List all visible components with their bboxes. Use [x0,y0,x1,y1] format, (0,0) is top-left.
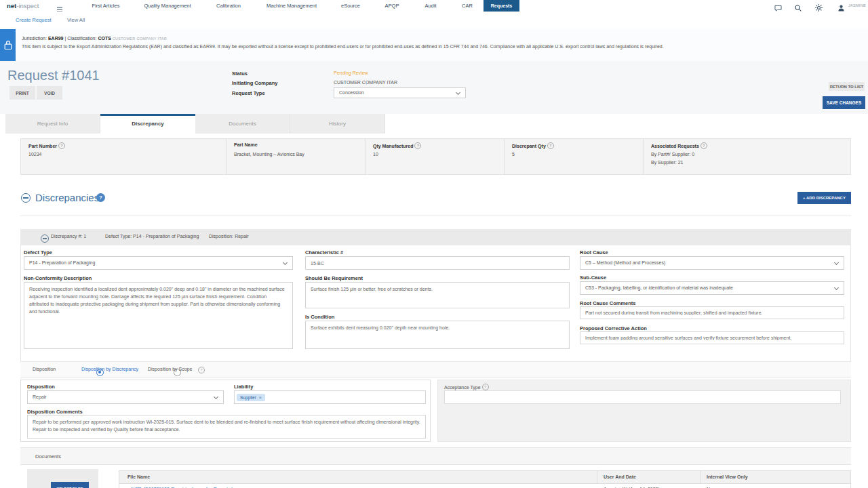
save-changes-button[interactable]: SAVE CHANGES [823,96,865,109]
discrepancy-defect-summary: Defect Type: P14 - Preparation of Packag… [105,234,199,239]
banner-line1: Jurisdiction: EAR99 | Classification: CO… [22,36,167,41]
username-label[interactable]: JASMINE [848,0,866,12]
acceptance-type-input[interactable] [444,390,841,404]
status-label: Status [232,70,248,77]
discrepancy-number-summary: Discrepancy #: 1 [51,234,86,239]
defect-type-value: P14 - Preparation of Packaging [24,260,95,265]
disposition-by-scope-label[interactable]: Disposition by Scope [148,367,192,371]
acceptance-type-info-icon[interactable]: ? [482,384,489,390]
divider [597,471,597,483]
proposed-corrective-action-input[interactable] [580,331,844,344]
root-cause-select[interactable]: C5 – Method (Method and Processes) [580,256,844,270]
chip-remove-icon[interactable]: × [259,395,262,400]
part-info-strip [20,138,851,175]
request-type-select[interactable]: Concession [334,87,466,98]
liability-field[interactable]: Supplier× [234,390,426,404]
is-condition-textarea[interactable]: Surface exhibits dent measuring 0.020" d… [305,321,570,349]
disposition-mode-strip [20,361,851,378]
banner-body: This item is subject to the Export Admin… [22,44,664,49]
disposition-comments-textarea[interactable]: Repair to be performed per approved work… [27,415,426,439]
divider [226,139,226,174]
disposition-row-label: Disposition [33,367,56,371]
create-request-link[interactable]: Create Request [16,12,52,29]
nav-esource[interactable]: eSource [341,0,360,12]
root-cause-label: Root Cause [580,249,608,256]
part-number-info-icon[interactable]: ? [58,142,65,149]
associated-by-part-value: By Part#/ Supplier: 0 [651,152,694,157]
discrepancies-section-title: Discrepancies [35,192,99,203]
nav-requests-active[interactable]: Requests [484,0,519,12]
part-number-value: 10234 [28,152,41,157]
sub-cause-select[interactable]: C53 - Packaging, labelling, or identific… [580,281,844,295]
discrepancies-help-icon[interactable]: ? [96,193,105,202]
non-conformity-description-label: Non-Conformity Description [24,275,92,281]
disposition-by-discrepancy-label[interactable]: Disposition by Discrepancy [81,367,138,371]
jurisdiction-value: EAR99 [48,36,64,41]
nav-quality-management[interactable]: Quality Management [144,0,191,12]
should-be-requirement-textarea[interactable]: Surface finish 125 μin or better, free o… [305,282,570,308]
tab-history[interactable]: History [290,114,385,134]
company-tag: CUSTOMER COMPANY ITAR [113,37,167,41]
qty-manufactured-info-icon[interactable]: ? [414,142,421,149]
internal-view-only-header: Internal View Only [707,474,748,479]
nav-apqp[interactable]: APQP [385,0,399,12]
classification-value: COTS [98,36,111,41]
select-chevron-icon [214,394,218,399]
request-type-value: Concession [334,90,364,95]
disposition-comments-label: Disposition Comments [27,409,83,415]
classification-label: Classification: [67,36,96,41]
sub-nav [0,12,868,30]
discrepant-qty-value: 5 [512,152,515,157]
tab-discrepancy[interactable]: Discrepancy [100,114,195,134]
divider [700,471,701,483]
print-button[interactable]: PRINT [9,86,35,100]
tab-documents[interactable]: Documents [195,114,290,134]
associated-by-supplier-value: By Supplier: 21 [651,160,683,165]
divider [504,139,505,174]
qty-manufactured-label: Qty Manufactured ? [373,142,421,149]
characteristic-input[interactable] [305,256,570,270]
top-nav: net-inspect First Articles Quality Manag… [0,0,868,12]
discrepant-qty-info-icon[interactable]: ? [547,142,554,149]
app-logo[interactable]: net-inspect [7,0,39,12]
divider [20,216,851,216]
page: net-inspect First Articles Quality Manag… [0,0,868,488]
disposition-label: Disposition [27,384,55,390]
non-conformity-description-textarea[interactable]: Receiving inspection identified a locali… [24,282,293,349]
acceptance-type-label: Acceptance Type ? [444,384,489,390]
collapse-section-icon[interactable] [21,193,31,203]
sub-cause-label: Sub-Cause [580,274,606,281]
root-cause-comments-input[interactable] [580,306,844,319]
disposition-select[interactable]: Repair [27,390,224,404]
add-discrepancy-button[interactable]: + ADD DISCREPANCY [797,192,851,204]
jurisdiction-label: Jurisdiction: [22,36,47,41]
nav-first-articles[interactable]: First Articles [92,0,120,12]
acceptance-panel [437,380,851,442]
characteristic-label: Characteristic # [305,249,343,256]
nav-machine-management[interactable]: Machine Management [267,0,317,12]
user-and-date-header: User And Date [604,474,636,479]
select-chevron-icon [283,260,288,265]
nav-calibration[interactable]: Calibration [216,0,241,12]
select-files-button[interactable]: SELECT FILES [51,482,89,488]
defect-type-label: Defect Type [24,249,52,256]
defect-type-select[interactable]: P14 - Preparation of Packaging [24,256,293,270]
is-condition-label: Is Condition [305,314,334,320]
liability-chip[interactable]: Supplier× [237,394,265,401]
lock-icon [0,29,16,61]
tab-request-info[interactable]: Request Info [5,114,100,134]
associated-requests-info-icon[interactable]: ? [701,142,707,149]
select-chevron-icon [834,260,839,265]
void-button[interactable]: VOID [37,86,62,100]
logo-light: -inspect [16,2,39,9]
liability-chip-label: Supplier [240,395,256,400]
return-to-list-button[interactable]: RETURN TO LIST [829,82,865,91]
logo-bold: net [7,2,16,9]
qty-manufactured-value: 10 [373,152,378,157]
disposition-mode-info-icon[interactable]: ? [198,367,205,373]
nav-car[interactable]: CAR [462,0,473,12]
file-name-header: File Name [127,474,150,479]
nav-audit[interactable]: Audit [425,0,436,12]
view-all-link[interactable]: View All [67,12,85,29]
disposition-value: Repair [28,394,47,399]
